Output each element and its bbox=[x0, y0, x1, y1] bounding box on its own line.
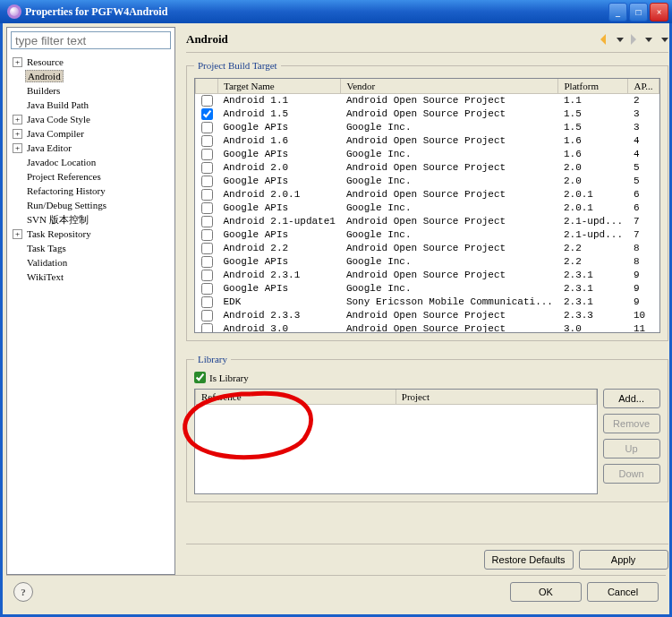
column-header[interactable]: Project bbox=[396, 390, 596, 405]
tree-item[interactable]: Refactoring History bbox=[7, 184, 174, 198]
table-row[interactable]: Google APIsGoogle Inc.1.64 bbox=[196, 148, 659, 161]
restore-defaults-button[interactable]: Restore Defaults bbox=[484, 550, 574, 570]
table-row[interactable]: Google APIsGoogle Inc.2.05 bbox=[196, 175, 659, 188]
apply-button[interactable]: Apply bbox=[579, 550, 668, 570]
expand-icon[interactable]: + bbox=[13, 229, 22, 239]
target-checkbox[interactable] bbox=[201, 243, 213, 254]
table-row[interactable]: Android 2.0Android Open Source Project2.… bbox=[196, 161, 659, 175]
back-button[interactable] bbox=[597, 32, 611, 47]
category-tree[interactable]: +ResourceAndroidBuildersJava Build Path+… bbox=[7, 53, 174, 574]
cell: Android Open Source Project bbox=[341, 269, 558, 282]
is-library-input[interactable] bbox=[194, 372, 206, 383]
target-checkbox[interactable] bbox=[201, 176, 213, 187]
table-row[interactable]: Google APIsGoogle Inc.2.28 bbox=[196, 255, 659, 269]
ok-button[interactable]: OK bbox=[510, 582, 582, 602]
target-checkbox[interactable] bbox=[201, 149, 213, 160]
cell: Android Open Source Project bbox=[341, 309, 558, 322]
build-target-table[interactable]: Target NameVendorPlatformAP... Android 1… bbox=[195, 79, 659, 333]
tree-item[interactable]: Javadoc Location bbox=[7, 155, 174, 169]
tree-item[interactable]: Validation bbox=[7, 255, 174, 270]
column-header[interactable]: Platform bbox=[558, 79, 628, 94]
cell: 2.3.1 bbox=[558, 269, 628, 282]
tree-item[interactable]: +Java Code Style bbox=[7, 112, 174, 126]
tree-item[interactable]: Run/Debug Settings bbox=[7, 198, 174, 212]
cell: Android 1.6 bbox=[218, 134, 341, 148]
title-bar: Properties for PGFW4Android _ □ × bbox=[0, 0, 672, 23]
forward-menu-icon[interactable] bbox=[645, 38, 652, 42]
column-header[interactable]: Vendor bbox=[341, 79, 558, 94]
table-row[interactable]: Android 1.6Android Open Source Project1.… bbox=[196, 134, 659, 148]
view-menu-icon[interactable] bbox=[661, 38, 668, 42]
expand-icon[interactable]: + bbox=[13, 57, 22, 67]
left-panel: +ResourceAndroidBuildersJava Build Path+… bbox=[6, 27, 175, 575]
tree-item[interactable]: +Resource bbox=[7, 55, 174, 69]
cell: Google APIs bbox=[218, 282, 341, 296]
expand-icon[interactable]: + bbox=[13, 143, 22, 153]
target-checkbox[interactable] bbox=[201, 122, 213, 133]
target-checkbox[interactable] bbox=[201, 216, 213, 227]
tree-item[interactable]: Project References bbox=[7, 169, 174, 184]
table-row[interactable]: Android 3.0Android Open Source Project3.… bbox=[196, 322, 659, 334]
table-row[interactable]: Android 2.3.3Android Open Source Project… bbox=[196, 309, 659, 322]
table-row[interactable]: Google APIsGoogle Inc.1.53 bbox=[196, 121, 659, 134]
cell: 2.2 bbox=[558, 242, 628, 255]
cell: Android Open Source Project bbox=[341, 107, 558, 121]
table-row[interactable]: Android 1.5Android Open Source Project1.… bbox=[196, 107, 659, 121]
column-header[interactable]: Target Name bbox=[218, 79, 341, 94]
down-button[interactable]: Down bbox=[603, 464, 660, 484]
table-row[interactable]: Android 2.3.1Android Open Source Project… bbox=[196, 269, 659, 282]
target-checkbox[interactable] bbox=[201, 256, 213, 268]
expand-icon[interactable]: + bbox=[13, 115, 22, 124]
table-row[interactable]: Google APIsGoogle Inc.2.0.16 bbox=[196, 201, 659, 215]
tree-item[interactable]: Builders bbox=[7, 83, 174, 98]
tree-item[interactable]: +Java Compiler bbox=[7, 126, 174, 141]
tree-item[interactable]: +Task Repository bbox=[7, 227, 174, 241]
tree-item-label: Android bbox=[25, 70, 64, 82]
tree-item[interactable]: Task Tags bbox=[7, 241, 174, 255]
cell: 1.6 bbox=[558, 134, 628, 148]
table-row[interactable]: EDKSony Ericsson Mobile Communicati...2.… bbox=[196, 296, 659, 309]
cell: 2.3.3 bbox=[558, 309, 628, 322]
expand-icon[interactable]: + bbox=[13, 129, 22, 139]
target-checkbox[interactable] bbox=[201, 323, 213, 334]
close-button[interactable]: × bbox=[650, 3, 668, 21]
target-checkbox[interactable] bbox=[201, 229, 213, 241]
tree-item[interactable]: SVN 版本控制 bbox=[7, 212, 174, 227]
help-icon[interactable]: ? bbox=[13, 582, 33, 602]
target-checkbox[interactable] bbox=[201, 310, 213, 321]
is-library-checkbox[interactable]: Is Library bbox=[194, 372, 660, 383]
table-row[interactable]: Google APIsGoogle Inc.2.1-upd...7 bbox=[196, 228, 659, 242]
library-legend: Library bbox=[194, 354, 231, 364]
tree-item[interactable]: Android bbox=[7, 69, 174, 83]
back-menu-icon[interactable] bbox=[617, 38, 624, 42]
column-header[interactable]: AP... bbox=[628, 79, 659, 94]
column-header[interactable]: Reference bbox=[196, 390, 396, 405]
table-row[interactable]: Android 2.2Android Open Source Project2.… bbox=[196, 242, 659, 255]
forward-button[interactable] bbox=[625, 32, 640, 47]
maximize-button[interactable]: □ bbox=[629, 3, 648, 21]
target-checkbox[interactable] bbox=[201, 202, 213, 214]
target-checkbox[interactable] bbox=[201, 296, 213, 308]
target-checkbox[interactable] bbox=[201, 135, 213, 147]
target-checkbox[interactable] bbox=[201, 95, 213, 107]
remove-button[interactable]: Remove bbox=[603, 414, 660, 433]
tree-item[interactable]: +Java Editor bbox=[7, 141, 174, 155]
table-row[interactable]: Android 2.0.1Android Open Source Project… bbox=[196, 188, 659, 201]
add-button[interactable]: Add... bbox=[603, 389, 660, 408]
tree-item[interactable]: WikiText bbox=[7, 270, 174, 284]
cancel-button[interactable]: Cancel bbox=[587, 582, 659, 602]
target-checkbox[interactable] bbox=[201, 270, 213, 281]
target-checkbox[interactable] bbox=[201, 162, 213, 174]
up-button[interactable]: Up bbox=[603, 439, 660, 458]
target-checkbox[interactable] bbox=[201, 189, 213, 201]
filter-input[interactable] bbox=[11, 31, 171, 49]
target-checkbox[interactable] bbox=[201, 283, 213, 295]
table-row[interactable]: Android 1.1Android Open Source Project1.… bbox=[196, 94, 659, 107]
reference-table[interactable]: ReferenceProject bbox=[195, 390, 597, 405]
target-checkbox[interactable] bbox=[201, 108, 213, 120]
table-row[interactable]: Google APIsGoogle Inc.2.3.19 bbox=[196, 282, 659, 296]
tree-item[interactable]: Java Build Path bbox=[7, 98, 174, 112]
cell: Sony Ericsson Mobile Communicati... bbox=[341, 296, 558, 309]
minimize-button[interactable]: _ bbox=[608, 3, 627, 21]
table-row[interactable]: Android 2.1-update1Android Open Source P… bbox=[196, 215, 659, 228]
